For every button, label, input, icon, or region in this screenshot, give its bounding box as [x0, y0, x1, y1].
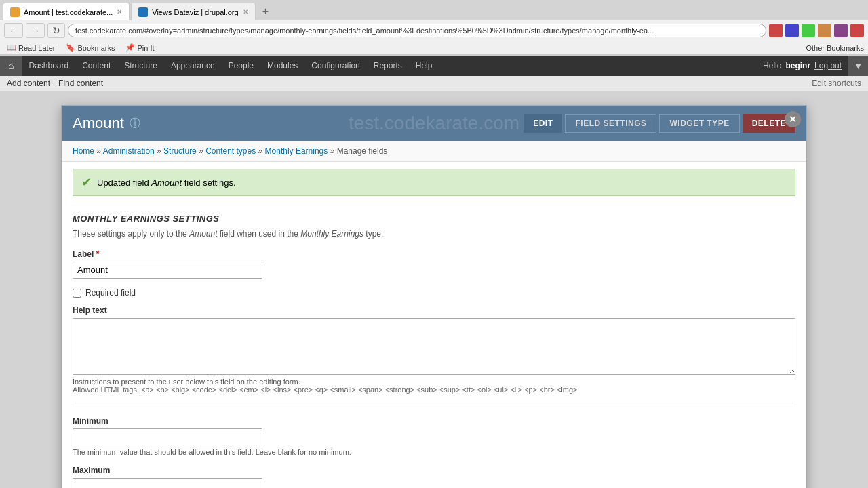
tab-views[interactable]: Views Dataviz | drupal.org ✕	[131, 3, 255, 20]
breadcrumb-manage-fields: Manage fields	[337, 146, 388, 156]
shortcut-find-content[interactable]: Find content	[58, 79, 103, 88]
admin-bar: ⌂ Dashboard Content Structure Appearance…	[0, 56, 868, 76]
admin-nav-modules[interactable]: Modules	[260, 56, 304, 76]
admin-bar-left: ⌂ Dashboard Content Structure Appearance…	[0, 56, 439, 76]
hello-label: Hello	[763, 61, 781, 70]
browser-actions	[769, 24, 864, 37]
bookmark-label-other: Other Bookmarks	[806, 44, 864, 52]
admin-nav-configuration[interactable]: Configuration	[304, 56, 366, 76]
forward-button[interactable]: →	[26, 23, 45, 38]
breadcrumb-monthly-earnings[interactable]: Monthly Earnings	[265, 146, 328, 156]
modal-overlay: Amount ⓘ test.codekarate.com EDIT FIELD …	[0, 92, 868, 488]
breadcrumb-home[interactable]: Home	[73, 146, 94, 156]
breadcrumb-structure[interactable]: Structure	[163, 146, 197, 156]
tab-close-views[interactable]: ✕	[243, 8, 248, 16]
maximum-label: Maximum	[73, 466, 795, 475]
bookmark-bookmarks[interactable]: 🔖 Bookmarks	[63, 43, 117, 53]
address-input[interactable]	[68, 24, 766, 37]
help-note-1: Instructions to present to the user belo…	[73, 378, 795, 386]
logout-link[interactable]: Log out	[814, 61, 842, 70]
help-text-label: Help text	[73, 306, 795, 315]
browser-chrome: Amount | test.codekarate... ✕ Views Data…	[0, 0, 868, 56]
help-text-group: Help text Instructions to present to the…	[73, 306, 795, 394]
bookmark-label-pin-it: Pin It	[137, 44, 154, 52]
label-field-label: Label *	[73, 249, 795, 259]
admin-nav-structure[interactable]: Structure	[117, 56, 164, 76]
info-icon[interactable]: ⓘ	[130, 117, 140, 131]
edit-shortcuts-link[interactable]: Edit shortcuts	[812, 79, 861, 88]
tab-close-amount[interactable]: ✕	[117, 8, 122, 16]
admin-home-button[interactable]: ⌂	[0, 56, 22, 76]
bookmark-pin-it[interactable]: 📌 Pin It	[123, 43, 157, 53]
maximum-field-group: Maximum The maximum value that should be…	[73, 466, 795, 488]
tab-edit[interactable]: EDIT	[524, 114, 562, 133]
breadcrumb-content-types[interactable]: Content types	[205, 146, 256, 156]
browser-ext-icon-1[interactable]	[769, 24, 783, 37]
admin-nav-people[interactable]: People	[222, 56, 260, 76]
bookmark-read-later[interactable]: 📖 Read Later	[4, 43, 58, 53]
minimum-label: Minimum	[73, 416, 795, 426]
admin-nav-content[interactable]: Content	[75, 56, 117, 76]
address-bar-row: ← → ↻	[0, 20, 868, 41]
required-field-row: Required field	[73, 288, 795, 298]
back-button[interactable]: ←	[4, 23, 23, 38]
field-tabs: EDIT FIELD SETTINGS WIDGET TYPE DELETE	[524, 114, 795, 133]
breadcrumb: Home » Administration » Structure » Cont…	[62, 141, 806, 162]
admin-nav-dashboard[interactable]: Dashboard	[22, 56, 75, 76]
field-header: Amount ⓘ test.codekarate.com EDIT FIELD …	[62, 106, 806, 141]
bookmark-icon-pin-it: 📌	[125, 43, 135, 52]
tab-bar: Amount | test.codekarate... ✕ Views Data…	[0, 0, 868, 20]
tab-amount[interactable]: Amount | test.codekarate... ✕	[3, 3, 130, 20]
minimum-input[interactable]	[73, 428, 262, 445]
admin-bar-right: Hello beginr Log out	[763, 61, 848, 70]
browser-ext-icon-5[interactable]	[834, 24, 848, 37]
breadcrumb-administration[interactable]: Administration	[103, 146, 155, 156]
section-title: MONTHLY EARNINGS SETTINGS	[73, 214, 795, 224]
maximum-input[interactable]	[73, 478, 262, 488]
field-ref: Amount	[189, 229, 217, 239]
section-desc: These settings apply only to the Amount …	[73, 229, 795, 239]
shortcut-add-content[interactable]: Add content	[7, 79, 50, 88]
tab-favicon-amount	[10, 7, 20, 17]
admin-nav-appearance[interactable]: Appearance	[164, 56, 222, 76]
required-checkbox[interactable]	[73, 289, 81, 298]
help-text-textarea[interactable]	[73, 318, 795, 375]
admin-bar-expand[interactable]: ▼	[848, 56, 868, 76]
tab-field-settings[interactable]: FIELD SETTINGS	[565, 114, 656, 133]
modal-dialog: Amount ⓘ test.codekarate.com EDIT FIELD …	[61, 105, 807, 488]
tab-widget-type[interactable]: WIDGET TYPE	[659, 114, 739, 133]
bookmark-label-read-later: Read Later	[18, 44, 55, 52]
admin-nav-reports[interactable]: Reports	[367, 56, 409, 76]
minimum-field-group: Minimum The minimum value that should be…	[73, 416, 795, 456]
label-field-group: Label *	[73, 249, 795, 279]
tab-label-views: Views Dataviz | drupal.org	[152, 8, 238, 16]
browser-ext-icon-4[interactable]	[818, 24, 831, 37]
success-field-name: Amount	[151, 178, 182, 188]
browser-ext-icon-2[interactable]	[785, 24, 799, 37]
required-field-label: Required field	[85, 288, 136, 298]
bookmark-icon-bookmarks: 🔖	[66, 43, 75, 52]
success-text: Updated field Amount field settings.	[97, 178, 236, 188]
bookmark-label-bookmarks: Bookmarks	[77, 44, 115, 52]
browser-ext-icon-6[interactable]	[850, 24, 864, 37]
tab-favicon-views	[138, 7, 148, 17]
success-message: ✔ Updated field Amount field settings.	[73, 169, 795, 196]
help-note-2: Allowed HTML tags: <a> <b> <big> <code> …	[73, 386, 795, 394]
bookmark-icon-read-later: 📖	[7, 43, 16, 52]
browser-ext-icon-3[interactable]	[802, 24, 815, 37]
divider-1	[73, 405, 795, 405]
required-marker: *	[96, 249, 100, 259]
label-input[interactable]	[73, 262, 262, 279]
field-header-bg-text: test.codekarate.com	[349, 113, 519, 134]
content-type-ref: Monthly Earnings	[300, 229, 363, 239]
tab-label-amount: Amount | test.codekarate...	[24, 8, 113, 16]
username-label: beginr	[785, 61, 810, 70]
admin-nav-help[interactable]: Help	[409, 56, 439, 76]
close-button[interactable]: ✕	[785, 111, 801, 127]
new-tab-button[interactable]: +	[257, 3, 274, 20]
page-background: Amount ⓘ test.codekarate.com EDIT FIELD …	[0, 92, 868, 488]
bookmarks-bar: 📖 Read Later 🔖 Bookmarks 📌 Pin It Other …	[0, 41, 868, 55]
bookmark-other[interactable]: Other Bookmarks	[806, 44, 864, 52]
form-content: MONTHLY EARNINGS SETTINGS These settings…	[62, 203, 806, 488]
refresh-button[interactable]: ↻	[47, 23, 65, 38]
